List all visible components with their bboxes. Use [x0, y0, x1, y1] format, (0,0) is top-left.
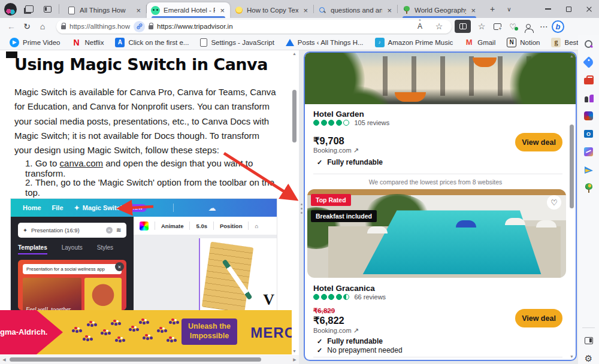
template-title: Feel well, together: [26, 306, 71, 310]
back-icon[interactable]: ←: [4, 19, 19, 34]
canvas-page: V: [199, 238, 277, 310]
scroll-up-icon[interactable]: ▲: [291, 51, 298, 56]
view-deal-button[interactable]: View deal: [515, 309, 562, 327]
right-pane-url[interactable]: https://www.tripadvisor.in: [157, 23, 233, 30]
scrollbar-thumb[interactable]: [292, 90, 297, 142]
favorite-gmail[interactable]: M Gmail: [459, 38, 500, 47]
sidebar-drop-icon[interactable]: [583, 164, 594, 175]
tab-world-geography[interactable]: World Geography - Gene ×: [398, 2, 481, 18]
price-provider[interactable]: Booking.com ↗: [313, 327, 359, 335]
tab-questions-answers[interactable]: questions and answers - ×: [314, 2, 397, 18]
cloud-icon: ☁: [208, 204, 216, 213]
read-aloud-icon[interactable]: A: [412, 19, 428, 34]
tab-how-to-copy[interactable]: How to Copy Text from I ×: [230, 2, 313, 18]
favorite-star-icon[interactable]: ☆: [431, 19, 447, 34]
favorite-notion[interactable]: N Notion: [502, 38, 544, 47]
sidebar-games-icon[interactable]: [583, 92, 594, 104]
gmail-icon: M: [464, 38, 474, 47]
close-icon[interactable]: ×: [386, 6, 393, 15]
close-icon[interactable]: ×: [135, 6, 142, 15]
sidebar-settings-icon[interactable]: ⚙: [583, 353, 594, 364]
hotel-gracanica-photo[interactable]: Top Rated Breakfast included ♡: [307, 189, 566, 278]
workspaces-icon[interactable]: [22, 2, 37, 16]
profile-share-icon[interactable]: [521, 19, 536, 34]
browser-essentials-icon[interactable]: ♡: [505, 19, 521, 34]
favorite-prime-video[interactable]: ▶ Prime Video: [5, 38, 65, 47]
scrollbar-thumb[interactable]: [10, 357, 261, 362]
scroll-down-icon[interactable]: ▼: [291, 349, 298, 353]
scroll-up-icon[interactable]: ▲: [568, 54, 575, 58]
tab-strip: All Things How × Emerald Hotel - Pristin…: [0, 0, 599, 18]
review-count[interactable]: 66 reviews: [355, 293, 386, 301]
view-deal-button[interactable]: View deal: [515, 133, 562, 151]
favorites-bar: ▶ Prime Video N Netflix A Click on the f…: [0, 35, 578, 50]
sidebar-tree-icon[interactable]: [583, 182, 594, 193]
favorite-label: Settings - JavaScript: [211, 39, 274, 46]
split-link-icon[interactable]: [134, 21, 145, 32]
favorite-label: Amazon Prime Music: [388, 39, 453, 46]
profile-avatar[interactable]: [4, 3, 17, 16]
canva-menu-file: File: [52, 204, 63, 211]
maximize-button[interactable]: [558, 0, 579, 18]
hotel-name[interactable]: Hotel Garden: [313, 110, 364, 119]
refresh-icon[interactable]: ↻: [19, 19, 35, 34]
sidebar-outlook-icon[interactable]: O: [583, 128, 594, 139]
settings-more-icon[interactable]: ⋯: [536, 19, 552, 34]
new-tab-button[interactable]: +: [485, 2, 500, 16]
sidebar-add-icon[interactable]: [583, 200, 594, 211]
minimize-button[interactable]: [538, 0, 558, 18]
favorite-netflix[interactable]: N Netflix: [66, 38, 108, 47]
sidebar-designer-icon[interactable]: [583, 146, 594, 157]
sidebar-m365-icon[interactable]: [583, 110, 594, 122]
close-icon[interactable]: ×: [470, 6, 477, 15]
divider-handle[interactable]: [301, 204, 302, 205]
divider: [313, 357, 562, 357]
ad-banner[interactable]: gma-Aldrich. Unleash theImpossible MERC: [0, 310, 292, 354]
tab-all-things-how[interactable]: All Things How ×: [63, 2, 146, 18]
save-heart-icon[interactable]: ♡: [547, 195, 561, 210]
close-icon[interactable]: ×: [219, 6, 226, 15]
canva-template-card: Presentation for a social wellness app ×…: [18, 260, 126, 310]
vertical-tabs-icon[interactable]: [40, 2, 55, 16]
collections-icon[interactable]: [489, 19, 505, 34]
scroll-right-icon[interactable]: ▶: [291, 357, 299, 362]
sidebar-panel-icon[interactable]: [583, 335, 594, 346]
left-pane-horizontal-scrollbar[interactable]: ◀ ▶: [0, 355, 299, 364]
canva-link[interactable]: canva.com: [60, 158, 104, 168]
triangle-icon: [286, 39, 294, 46]
new-badge: NEW: [127, 204, 146, 212]
close-icon[interactable]: ×: [302, 6, 309, 15]
scroll-left-icon[interactable]: ◀: [0, 357, 8, 362]
left-pane-url[interactable]: https://allthings.how: [69, 23, 130, 30]
scroll-down-icon[interactable]: ▼: [568, 354, 575, 359]
favorite-amazon-music[interactable]: ♪ Amazon Prime Music: [370, 38, 458, 47]
close-window-button[interactable]: [579, 0, 599, 18]
notepad-illustration: [202, 242, 254, 310]
home-icon[interactable]: ⌂: [35, 19, 50, 34]
scrollbar-thumb[interactable]: [570, 125, 574, 208]
review-count[interactable]: 105 reviews: [355, 119, 390, 126]
split-screen-button[interactable]: [455, 20, 471, 33]
hotel-name[interactable]: Hotel Gracanica: [313, 284, 375, 293]
tab-title: questions and answers -: [331, 7, 382, 14]
address-bar[interactable]: https://allthings.how https://www.tripad…: [56, 20, 452, 34]
right-pane-vertical-scrollbar[interactable]: ▲ ▼: [568, 54, 575, 359]
canva-side-panel: ✦ Presentation (16:9) × ≋ Templates Layo…: [11, 217, 134, 310]
price-provider[interactable]: Booking.com ↗: [313, 147, 359, 154]
canva-search-box: ✦ Presentation (16:9) × ≋: [18, 223, 126, 238]
tab-emerald-hotel[interactable]: Emerald Hotel - Pristina ×: [147, 2, 230, 18]
sidebar-search-icon[interactable]: [583, 38, 594, 50]
filter-icon: ≋: [116, 226, 122, 234]
copilot-icon[interactable]: b: [552, 20, 564, 33]
canva-menu-home: Home: [23, 204, 41, 211]
tab-menu-chevron[interactable]: ∨: [501, 2, 517, 16]
favorite-settings-js[interactable]: Settings - JavaScript: [195, 38, 279, 47]
favorite-click-first[interactable]: A Click on the first e...: [110, 38, 193, 47]
left-pane-vertical-scrollbar[interactable]: ▲ ▼: [291, 51, 298, 353]
hotel-garden-photo[interactable]: [305, 53, 576, 104]
favorites-bar-icon[interactable]: ☆: [474, 19, 489, 34]
perk-no-prepayment: ✓No prepayment needed: [317, 346, 403, 354]
favorite-posts-atw[interactable]: Posts ‹ All Things H...: [281, 39, 368, 46]
sidebar-shopping-icon[interactable]: [583, 56, 594, 68]
sidebar-tools-icon[interactable]: [583, 74, 594, 86]
